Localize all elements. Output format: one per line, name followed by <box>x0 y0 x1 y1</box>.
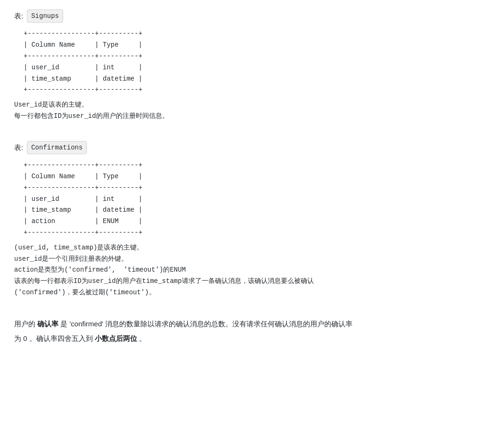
bottom-bold2: 小数点后两位 <box>95 334 137 342</box>
confirmations-desc-line1: (user_id, time_stamp)是该表的主键。 <box>14 244 143 251</box>
confirmations-table-name: Confirmations <box>27 141 87 154</box>
confirmations-label-prefix: 表: <box>14 142 23 153</box>
signups-schema: +-----------------+----------+ | Column … <box>14 28 487 96</box>
confirmations-description: (user_id, time_stamp)是该表的主键。 user_id是一个引… <box>14 242 487 299</box>
signups-table-name: Signups <box>27 9 63 23</box>
bottom-text-after1: 是 'confirmed' 消息的数量除以请求的确认消息的总数。没有请求任何确认… <box>58 320 353 328</box>
bottom-text-before1: 用户的 <box>14 320 37 328</box>
confirmations-desc-line4: 该表的每一行都表示ID为user_id的用户在time_stamp请求了一条确认… <box>14 277 314 285</box>
confirmations-section: 表: Confirmations +-----------------+----… <box>14 141 487 299</box>
confirmations-label: 表: Confirmations <box>14 141 487 154</box>
signups-label-prefix: 表: <box>14 10 23 22</box>
bottom-bold1: 确认率 <box>37 320 58 328</box>
bottom-text-line2-before: 为 0 。确认率四舍五入到 <box>14 334 95 342</box>
signups-description: User_id是该表的主键。 每一行都包含ID为user_id的用户的注册时间信… <box>14 100 487 122</box>
signups-desc-line1: User_id是该表的主键。 <box>14 101 88 108</box>
confirmations-schema: +-----------------+----------+ | Column … <box>14 160 487 239</box>
bottom-text-line2-after: 。 <box>137 334 146 342</box>
bottom-paragraph-2: 为 0 。确认率四舍五入到 小数点后两位 。 <box>14 332 487 345</box>
confirmations-desc-line2: user_id是一个引用到注册表的外键。 <box>14 255 128 263</box>
signups-desc-line2: 每一行都包含ID为user_id的用户的注册时间信息。 <box>14 112 169 120</box>
confirmations-desc-line3: action是类型为('confirmed', 'timeout')的ENUM <box>14 266 186 274</box>
bottom-section: 用户的 确认率 是 'confirmed' 消息的数量除以请求的确认消息的总数。… <box>14 317 487 345</box>
signups-label: 表: Signups <box>14 9 487 23</box>
signups-section: 表: Signups +-----------------+----------… <box>14 9 487 122</box>
bottom-paragraph-1: 用户的 确认率 是 'confirmed' 消息的数量除以请求的确认消息的总数。… <box>14 317 487 330</box>
confirmations-desc-line5: ('confirmed')，要么被过期('timeout')。 <box>14 289 156 296</box>
